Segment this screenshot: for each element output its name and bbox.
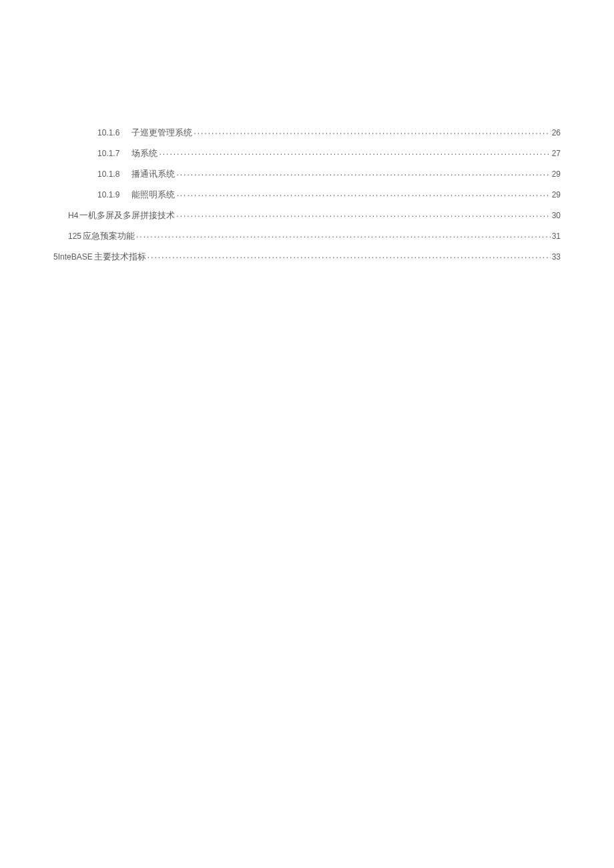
toc-title: 一机多屏及多屏拼接技术	[79, 211, 175, 220]
toc-entry: 125 应急预案功能 31	[53, 230, 561, 240]
toc-page: 29	[552, 170, 561, 178]
toc-page: 27	[552, 149, 561, 157]
toc-title: 播通讯系统	[131, 169, 175, 178]
toc-entry: 5InteBASE 主要技术指标 33	[53, 251, 561, 261]
toc-title: 子巡更管理系统	[131, 128, 192, 137]
toc-number: 10.1.7	[97, 149, 119, 157]
toc-title: 能照明系统	[131, 190, 175, 199]
toc-leader	[176, 168, 550, 177]
toc-title: 应急预案功能	[83, 232, 135, 240]
toc-leader	[176, 209, 550, 218]
toc-page: 31	[552, 232, 561, 240]
toc-entry: 10.1.7 场系统 27	[53, 147, 561, 157]
toc-page: 33	[552, 253, 561, 261]
toc-number: H4	[68, 211, 78, 220]
toc-page: 26	[552, 129, 561, 137]
toc-number: 5InteBASE	[53, 253, 93, 261]
toc-leader	[147, 251, 551, 260]
toc-number: 125	[68, 232, 81, 240]
toc-entry: H4 一机多屏及多屏拼接技术 30	[53, 209, 561, 220]
toc-leader	[136, 230, 551, 239]
toc-title: 场系统	[131, 149, 158, 157]
toc-entry: 10.1.8 播通讯系统 29	[53, 168, 561, 178]
toc-number: 10.1.6	[97, 129, 119, 137]
toc-number: 10.1.8	[97, 170, 119, 178]
toc-leader	[194, 127, 550, 135]
toc-page: 29	[552, 191, 561, 199]
toc-title: 主要技术指标	[94, 252, 146, 261]
toc-leader	[176, 189, 550, 197]
toc-entry: 10.1.9 能照明系统 29	[53, 189, 561, 199]
toc-number: 10.1.9	[97, 191, 119, 199]
toc-leader	[159, 147, 550, 156]
document-page: 10.1.6 子巡更管理系统 26 10.1.7 场系统 27 10.1.8 播…	[0, 0, 614, 868]
toc-entry: 10.1.6 子巡更管理系统 26	[53, 127, 561, 137]
toc-page: 30	[552, 211, 561, 220]
